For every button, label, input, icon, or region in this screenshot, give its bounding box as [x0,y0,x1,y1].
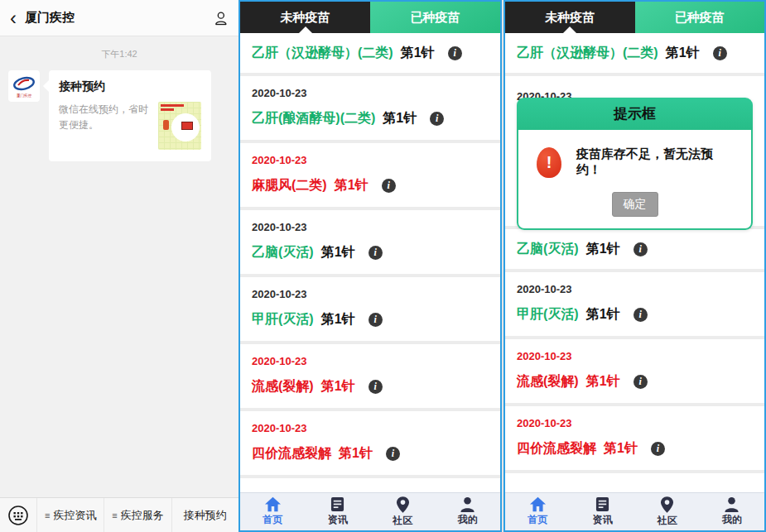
vaccine-list-item[interactable]: 乙脑(灭活) 第1针 i [505,229,764,269]
vaccine-list-item[interactable]: 2020-10-23 乙脑(灭活) 第1针 i [240,210,500,274]
vaccine-name: 甲肝(灭活) [517,306,579,324]
vaccine-list-item[interactable]: 2020-10-23 甲肝(灭活) 第1针 i [240,277,500,341]
user-icon [724,496,740,512]
tab-vaccinated[interactable]: 已种疫苗 [370,2,500,33]
chat-timestamp: 下午1:42 [0,48,238,60]
message-card-title: 接种预约 [59,79,201,94]
nav-item-home[interactable]: 首页 [505,493,570,530]
info-icon[interactable]: i [430,112,444,126]
info-icon[interactable]: i [382,179,396,193]
vaccine-list-item[interactable]: 2020-10-23 麻腮风(二类) 第1针 i [240,143,500,207]
nav-item-community[interactable]: 社区 [635,493,700,530]
vaccine-list-item[interactable]: 2020-10-23 乙肝(酿酒酵母)(二类) 第1针 i [240,76,500,140]
vaccine-dose: 第1针 [586,373,620,391]
info-icon[interactable]: i [634,308,648,322]
wechat-chat-panel: ‹ 厦门疾控 下午1:42 厦门疾控 接种预约 [0,0,238,532]
vaccine-name: 四价流感裂解 [252,445,331,463]
vaccine-list-item[interactable]: 2020-10-23 四价流感裂解 第1针 i [240,411,500,475]
vaccine-dose: 第1针 [666,45,700,62]
chat-header: ‹ 厦门疾控 [0,0,238,36]
confirm-button[interactable]: 确定 [612,192,658,217]
menu-item-label: 疾控资讯 [53,508,96,523]
info-icon[interactable]: i [369,246,383,260]
info-icon[interactable]: i [386,447,400,461]
info-icon[interactable]: i [634,242,648,256]
vaccine-dose: 第1针 [586,241,620,258]
vaccine-name: 乙脑(灭活) [517,241,579,258]
vaccine-name: 乙脑(灭活) [252,244,314,261]
vaccine-name: 四价流感裂解 [517,440,596,458]
nav-label: 社区 [393,514,412,528]
menu-item-cdc-services[interactable]: ≡ 疾控服务 [104,498,171,532]
info-icon[interactable]: i [369,380,383,394]
contact-person-icon[interactable] [212,10,229,26]
vaccine-name: 流感(裂解) [517,373,579,391]
avatar-caption: 厦门疾控 [17,93,31,97]
bottom-nav: 首页 资讯 社区 [240,492,500,530]
tab-vaccinated[interactable]: 已种疫苗 [635,2,765,33]
vaccine-dose: 第1针 [339,445,373,463]
vaccine-date: 2020-10-23 [517,283,753,295]
menu-item-cdc-news[interactable]: ≡ 疾控资讯 [36,498,104,532]
nav-item-community[interactable]: 社区 [370,493,436,530]
menu-item-label: 疾控服务 [121,508,164,523]
cdc-logo-icon [12,74,36,93]
nav-item-mine[interactable]: 我的 [436,493,501,530]
warning-icon: ! [537,147,561,178]
menu-item-appointment[interactable]: 接种预约 [171,498,238,532]
nav-item-news[interactable]: 资讯 [306,493,371,530]
vaccine-dose: 第1针 [383,110,417,127]
keyboard-icon[interactable] [0,505,36,526]
tab-label: 已种疫苗 [675,10,725,26]
nav-item-mine[interactable]: 我的 [700,493,764,530]
vaccine-name: 麻腮风(二类) [252,177,327,194]
vaccine-date: 2020-10-23 [252,355,489,367]
chat-title: 厦门疾控 [25,10,75,26]
nav-item-home[interactable]: 首页 [240,493,306,530]
vaccine-dose: 第1针 [335,177,369,194]
vaccine-list-item[interactable]: 2020-10-23 四价流感裂解 第1针 i [505,406,764,470]
message-card[interactable]: 接种预约 微信在线预约，省时更便捷。 [49,70,211,161]
info-icon[interactable]: i [369,313,383,327]
chat-message-row: 厦门疾控 接种预约 微信在线预约，省时更便捷。 [0,60,238,161]
vaccine-dose: 第1针 [321,311,355,328]
avatar[interactable]: 厦门疾控 [8,70,40,102]
chat-toolbar: ≡ 疾控资讯 ≡ 疾控服务 接种预约 [0,497,238,532]
submenu-icon: ≡ [112,510,117,520]
vaccine-list-item[interactable]: 乙肝（汉逊酵母）(二类) 第1针 i [505,33,764,73]
vaccine-name: 流感(裂解) [252,378,314,395]
info-icon[interactable]: i [713,46,727,60]
nav-label: 首页 [528,513,547,527]
info-icon[interactable]: i [651,442,665,456]
vaccine-name: 乙肝(酿酒酵母)(二类) [252,110,375,127]
vaccine-list-item[interactable]: 2020-10-23 流感(裂解) 第1针 i [505,339,764,403]
vaccine-list-item[interactable]: 2020-10-23 流感(裂解) 第1针 i [240,344,500,408]
info-icon[interactable]: i [448,46,462,60]
submenu-icon: ≡ [45,510,50,520]
vaccine-date: 2020-10-23 [252,87,489,99]
vaccine-date: 2020-10-23 [252,288,489,300]
back-icon[interactable]: ‹ [10,8,17,28]
nav-label: 我的 [458,513,478,527]
screenshot-stage: ‹ 厦门疾控 下午1:42 厦门疾控 接种预约 [0,0,766,532]
vaccine-list-item[interactable]: 乙肝（汉逊酵母）(二类) 第1针 i [240,33,500,73]
vaccine-name: 乙肝（汉逊酵母）(二类) [252,45,393,62]
vaccine-dose: 第1针 [321,378,355,395]
info-icon[interactable]: i [634,375,648,389]
nav-label: 社区 [658,514,677,528]
vaccine-dose: 第1针 [401,45,435,62]
vaccine-list-item[interactable]: 2020-10-23 甲肝(灭活) 第1针 i [505,272,764,336]
tab-unvaccinated[interactable]: 未种疫苗 [505,2,635,33]
vaccine-app-panel: 未种疫苗 已种疫苗 乙肝（汉逊酵母）(二类) 第1针 i [238,0,502,532]
tab-unvaccinated[interactable]: 未种疫苗 [240,2,370,33]
user-icon [460,496,475,512]
nav-label: 首页 [263,513,282,527]
location-icon [661,496,673,513]
news-icon [595,496,609,512]
nav-item-news[interactable]: 资讯 [570,493,634,530]
official-account-menu: ≡ 疾控资讯 ≡ 疾控服务 接种预约 [36,498,238,532]
vaccine-date: 2020-10-23 [517,350,753,362]
vaccine-name: 乙肝（汉逊酵母）(二类) [517,45,658,62]
active-tab-notch [299,26,312,33]
bubble-tail [43,80,55,92]
